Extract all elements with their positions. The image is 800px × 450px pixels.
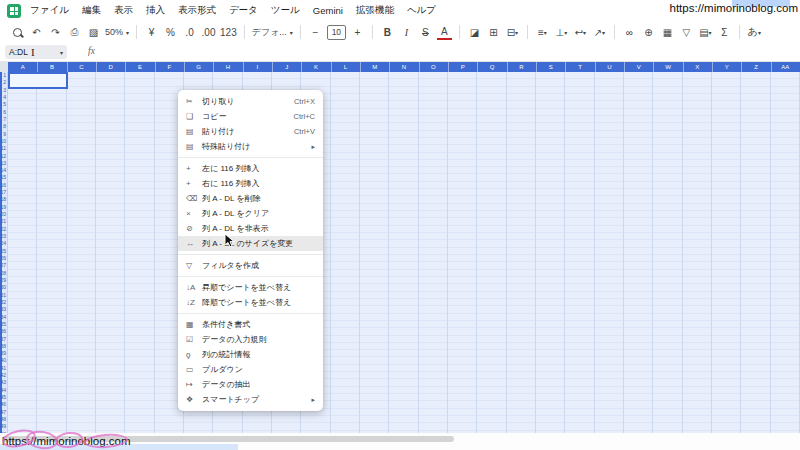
column-header[interactable]: O — [419, 62, 449, 72]
column-header[interactable]: L — [331, 62, 361, 72]
row-header[interactable]: 45 — [0, 395, 6, 400]
print-icon[interactable]: ⎙ — [67, 24, 82, 40]
menubar-item[interactable]: 編集 — [82, 4, 101, 17]
column-header[interactable]: V — [624, 62, 654, 72]
column-header[interactable]: H — [213, 62, 243, 72]
input-tools-icon[interactable]: あ▾ — [747, 24, 762, 40]
column-header[interactable]: Z — [741, 62, 771, 72]
row-header[interactable]: 36 — [0, 329, 6, 334]
text-rotation-icon[interactable]: ↗▾ — [592, 24, 607, 40]
row-header[interactable]: 47 — [0, 410, 6, 415]
currency-format-icon[interactable]: ¥ — [144, 24, 159, 40]
row-header[interactable]: 14 — [0, 168, 6, 173]
context-menu-item[interactable]: ▦条件付き書式 — [178, 317, 323, 332]
menubar-item[interactable]: 拡張機能 — [356, 4, 394, 17]
row-header[interactable]: 49 — [0, 424, 6, 429]
fill-color-icon[interactable]: ◪ — [467, 24, 482, 40]
insert-chart-icon[interactable]: ▦ — [660, 24, 675, 40]
column-header[interactable]: T — [565, 62, 595, 72]
column-header[interactable]: U — [595, 62, 625, 72]
row-header[interactable]: 24 — [0, 241, 6, 246]
column-header[interactable]: S — [536, 62, 566, 72]
row-header[interactable]: 23 — [0, 234, 6, 239]
row-header[interactable]: 28 — [0, 271, 6, 276]
font-size-field[interactable]: 10 — [327, 25, 346, 40]
row-header[interactable]: 13 — [0, 161, 6, 166]
column-header[interactable]: J — [272, 62, 302, 72]
row-header[interactable]: 25 — [0, 249, 6, 254]
column-header[interactable]: Y — [712, 62, 742, 72]
context-menu-item[interactable]: ⌫列 A - DL を削除 — [178, 191, 323, 206]
zoom-select[interactable]: 50%▾ — [105, 27, 129, 37]
row-header[interactable]: 31 — [0, 293, 6, 298]
font-select[interactable]: デフォ...▾ — [252, 26, 293, 39]
row-header[interactable]: 16 — [0, 183, 6, 188]
row-header[interactable]: 40 — [0, 358, 6, 363]
menubar-item[interactable]: 挿入 — [146, 4, 165, 17]
row-header[interactable]: 37 — [0, 337, 6, 342]
menubar-item[interactable]: 表示形式 — [178, 4, 216, 17]
row-headers[interactable]: 1234567891011121314151617181920212223242… — [0, 72, 8, 433]
row-header[interactable]: 12 — [0, 154, 6, 159]
column-header[interactable]: I — [243, 62, 273, 72]
more-formats-icon[interactable]: 123 — [220, 24, 237, 40]
increase-decimal-icon[interactable]: .00 — [201, 24, 216, 40]
column-header[interactable]: N — [389, 62, 419, 72]
grid-cells[interactable] — [8, 72, 800, 433]
row-header[interactable]: 29 — [0, 278, 6, 283]
row-header[interactable]: 42 — [0, 373, 6, 378]
create-filter-icon[interactable]: ▽ — [679, 24, 694, 40]
row-header[interactable]: 46 — [0, 402, 6, 407]
borders-icon[interactable]: ⊞ — [486, 24, 501, 40]
redo-icon[interactable]: ↷ — [48, 24, 63, 40]
column-header[interactable]: D — [96, 62, 126, 72]
context-menu-item[interactable]: +左に 116 列挿入 — [178, 161, 323, 176]
percent-format-icon[interactable]: % — [163, 24, 178, 40]
row-header[interactable]: 30 — [0, 285, 6, 290]
insert-comment-icon[interactable]: ⊕ — [641, 24, 656, 40]
row-header[interactable]: 4 — [3, 95, 6, 100]
row-header[interactable]: 20 — [0, 212, 6, 217]
bold-icon[interactable]: B — [380, 24, 395, 40]
row-header[interactable]: 6 — [3, 110, 6, 115]
context-menu-item[interactable]: ↦データの抽出 — [178, 377, 323, 392]
column-header[interactable]: K — [301, 62, 331, 72]
menubar-item[interactable]: 表示 — [114, 4, 133, 17]
vertical-align-icon[interactable]: ⊥▾ — [554, 24, 569, 40]
row-header[interactable]: 2 — [3, 80, 6, 85]
row-header[interactable]: 48 — [0, 417, 6, 422]
menubar-item[interactable]: ヘルプ — [407, 4, 436, 17]
context-menu-item[interactable]: ✂切り取りCtrl+X — [178, 94, 323, 109]
context-menu-item[interactable]: ×列 A - DL をクリア — [178, 206, 323, 221]
context-menu-item[interactable]: ▽フィルタを作成 — [178, 258, 323, 273]
row-header[interactable]: 9 — [3, 132, 6, 137]
menubar-item[interactable]: ファイル — [30, 4, 69, 17]
context-menu-item[interactable]: ▤特殊貼り付け▸ — [178, 139, 323, 154]
increase-font-size-icon[interactable]: + — [350, 24, 365, 40]
column-header[interactable]: M — [360, 62, 390, 72]
row-header[interactable]: 41 — [0, 366, 6, 371]
context-menu-item[interactable]: ❏コピーCtrl+C — [178, 109, 323, 124]
row-header[interactable]: 33 — [0, 307, 6, 312]
row-header[interactable]: 26 — [0, 256, 6, 261]
column-header[interactable]: X — [683, 62, 713, 72]
row-header[interactable]: 21 — [0, 219, 6, 224]
context-menu-item[interactable]: ↔列 A - DL のサイズを変更 — [178, 236, 323, 251]
column-header[interactable]: Q — [477, 62, 507, 72]
column-headers[interactable]: ABCDEFGHIJKLMNOPQRSTUVWXYZAA — [8, 62, 800, 72]
column-header[interactable]: C — [67, 62, 97, 72]
merge-cells-icon[interactable]: ⊟▾ — [505, 24, 520, 40]
row-header[interactable]: 44 — [0, 388, 6, 393]
row-header[interactable]: 5 — [3, 102, 6, 107]
context-menu-item[interactable]: ☑データの入力規則 — [178, 332, 323, 347]
column-header[interactable]: F — [155, 62, 185, 72]
context-menu-item[interactable]: ⊘列 A - DL を非表示 — [178, 221, 323, 236]
menubar-item[interactable]: データ — [229, 4, 258, 17]
undo-icon[interactable]: ↶ — [29, 24, 44, 40]
strikethrough-icon[interactable]: S — [418, 24, 433, 40]
sheets-logo-icon[interactable] — [7, 4, 21, 18]
column-header[interactable]: R — [507, 62, 537, 72]
column-header[interactable]: A — [8, 62, 38, 72]
column-header[interactable]: E — [125, 62, 155, 72]
row-header[interactable]: 1 — [3, 73, 6, 78]
